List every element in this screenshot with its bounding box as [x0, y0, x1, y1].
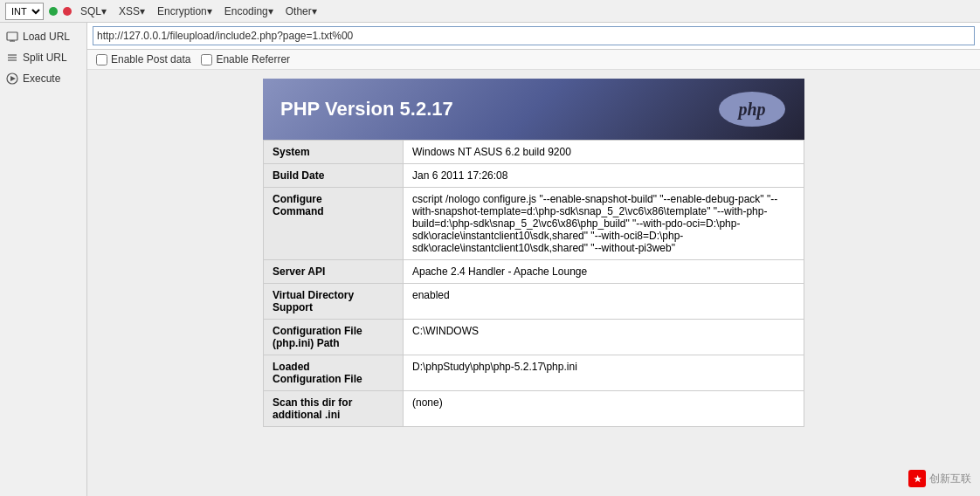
referrer-checkbox-label[interactable]: Enable Referrer: [201, 53, 290, 65]
split-url-label: Split URL: [23, 52, 67, 64]
table-cell-key: Configure Command: [264, 188, 404, 260]
execute-label: Execute: [23, 72, 60, 85]
table-cell-value: C:\WINDOWS: [404, 320, 804, 355]
post-data-checkbox[interactable]: [96, 54, 107, 65]
table-cell-key: Server API: [264, 260, 404, 284]
table-row: SystemWindows NT ASUS 6.2 build 9200: [264, 141, 804, 164]
right-panel: Enable Post data Enable Referrer PHP Ver…: [87, 23, 980, 496]
table-cell-key: Scan this dir for additional .ini: [264, 391, 404, 427]
php-info-panel: PHP Version 5.2.17 php SystemWindows NT …: [263, 79, 804, 427]
post-data-checkbox-label[interactable]: Enable Post data: [96, 53, 190, 65]
left-panel: Load URL Split URL Execute: [0, 23, 87, 496]
table-cell-value: enabled: [404, 284, 804, 320]
table-cell-value: Jan 6 2011 17:26:08: [404, 164, 804, 188]
dot-green-icon: [49, 7, 58, 16]
menu-sql[interactable]: SQL▾: [77, 5, 110, 17]
svg-rect-0: [7, 32, 17, 40]
php-logo-icon: php: [719, 92, 785, 127]
table-cell-value: D:\phpStudy\php\php-5.2.17\php.ini: [404, 355, 804, 391]
table-row: Build DateJan 6 2011 17:26:08: [264, 164, 804, 188]
execute-button[interactable]: Execute: [0, 68, 86, 89]
table-cell-key: Build Date: [264, 164, 404, 188]
menu-other[interactable]: Other▾: [282, 5, 321, 17]
dot-red-icon: [63, 7, 72, 16]
watermark-label: 创新互联: [929, 472, 971, 486]
table-cell-value: (none): [404, 391, 804, 427]
php-content: PHP Version 5.2.17 php SystemWindows NT …: [87, 70, 980, 496]
execute-icon: [5, 72, 19, 86]
referrer-checkbox[interactable]: [201, 54, 212, 65]
referrer-label: Enable Referrer: [216, 53, 290, 65]
split-url-button[interactable]: Split URL: [0, 47, 86, 68]
table-cell-key: Configuration File (php.ini) Path: [264, 320, 404, 355]
post-data-label: Enable Post data: [111, 53, 190, 65]
menu-encoding[interactable]: Encoding▾: [221, 5, 277, 17]
options-row: Enable Post data Enable Referrer: [87, 50, 980, 70]
main-layout: Load URL Split URL Execute: [0, 23, 980, 496]
table-row: Configuration File (php.ini) PathC:\WIND…: [264, 320, 804, 355]
toolbar: INT SQL▾ XSS▾ Encryption▾ Encoding▾ Othe…: [0, 0, 980, 23]
watermark: ★ 创新互联: [908, 470, 971, 487]
url-row: [87, 23, 980, 50]
php-version-title: PHP Version 5.2.17: [280, 98, 453, 121]
load-url-label: Load URL: [23, 31, 70, 43]
load-url-button[interactable]: Load URL: [0, 26, 86, 47]
table-row: Configure Commandcscript /nologo configu…: [264, 188, 804, 260]
table-cell-value: Windows NT ASUS 6.2 build 9200: [404, 141, 804, 164]
php-header: PHP Version 5.2.17 php: [263, 79, 804, 140]
table-cell-key: Virtual Directory Support: [264, 284, 404, 320]
watermark-icon: ★: [908, 470, 926, 487]
protocol-select[interactable]: INT: [5, 3, 44, 20]
split-url-icon: [5, 51, 19, 65]
table-cell-key: System: [264, 141, 404, 164]
php-info-table: SystemWindows NT ASUS 6.2 build 9200Buil…: [263, 140, 804, 427]
menu-encryption[interactable]: Encryption▾: [154, 5, 216, 17]
table-row: Server APIApache 2.4 Handler - Apache Lo…: [264, 260, 804, 284]
table-cell-value: cscript /nologo configure.js "--enable-s…: [404, 188, 804, 260]
table-row: Loaded Configuration FileD:\phpStudy\php…: [264, 355, 804, 391]
table-cell-key: Loaded Configuration File: [264, 355, 404, 391]
menu-xss[interactable]: XSS▾: [115, 5, 148, 17]
table-row: Virtual Directory Supportenabled: [264, 284, 804, 320]
svg-marker-7: [10, 76, 16, 81]
url-input[interactable]: [93, 26, 975, 45]
php-logo: php: [717, 90, 787, 128]
table-cell-value: Apache 2.4 Handler - Apache Lounge: [404, 260, 804, 284]
load-url-icon: [5, 30, 19, 44]
table-row: Scan this dir for additional .ini(none): [264, 391, 804, 427]
